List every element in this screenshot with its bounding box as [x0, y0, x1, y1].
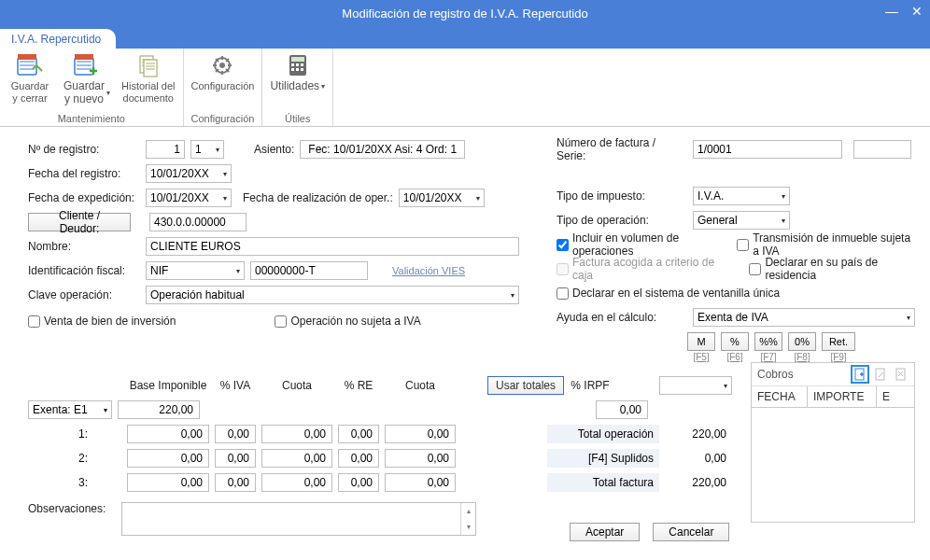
suplidos-val: 0,00 — [665, 449, 732, 468]
r3-cuota1[interactable]: 0,00 — [261, 473, 332, 492]
row1-label: 1: — [28, 427, 88, 441]
nombre-label: Nombre: — [28, 240, 140, 253]
total-factura-label: Total factura — [547, 473, 659, 492]
vies-link[interactable]: Validación VIES — [392, 265, 465, 276]
ident-num-input[interactable] — [250, 261, 368, 280]
configuracion-button[interactable]: Configuración — [191, 52, 255, 92]
num-factura-input[interactable] — [693, 140, 842, 159]
n-registro-label: Nº de registro: — [28, 143, 140, 156]
guardar-nuevo-button[interactable]: Guardar y nuevo▾ — [63, 52, 110, 106]
chk-residencia[interactable]: Declarar en su país de residencia — [749, 256, 915, 282]
cobros-edit-icon[interactable] — [873, 367, 888, 382]
n-registro-a[interactable] — [146, 140, 185, 159]
usar-totales-button[interactable]: Usar totales — [487, 376, 564, 395]
utilidades-button[interactable]: Utilidades ▾ — [270, 52, 325, 93]
calc-m[interactable]: M — [687, 332, 715, 351]
ident-tipo-select[interactable]: NIF▾ — [146, 261, 245, 280]
r2-cuota1[interactable]: 0,00 — [261, 449, 332, 468]
save-close-icon — [16, 52, 44, 78]
f8-label: [F8] — [794, 352, 810, 362]
aceptar-button[interactable]: Aceptar — [570, 523, 640, 541]
mantenimiento-group-label: Mantenimiento — [7, 111, 176, 124]
fecha-oper-input[interactable]: 10/01/20XX▾ — [399, 189, 485, 207]
cancelar-button[interactable]: Cancelar — [653, 523, 729, 541]
calc-pct[interactable]: % — [721, 332, 749, 351]
svg-rect-14 — [296, 68, 299, 71]
n-registro-b[interactable]: 1▾ — [190, 140, 224, 159]
observaciones-input[interactable]: ▴▾ — [121, 502, 476, 536]
cobros-delete-icon[interactable] — [894, 367, 909, 382]
exenta-base[interactable]: 220,00 — [118, 400, 200, 419]
calc-0pct[interactable]: 0% — [788, 332, 816, 351]
cliente-deudor-button[interactable]: Cliente / Deudor: — [28, 213, 131, 231]
calculator-icon — [284, 52, 312, 78]
tab-row: I.V.A. Repercutido — [0, 26, 930, 49]
cobros-panel: Cobros FECHA IMPORTE E — [751, 362, 915, 523]
obs-up[interactable]: ▴ — [461, 503, 475, 519]
clave-select[interactable]: Operación habitual▾ — [146, 286, 519, 304]
r2-base[interactable]: 0,00 — [127, 449, 209, 468]
obs-down[interactable]: ▾ — [461, 519, 475, 535]
serie-input[interactable] — [853, 140, 911, 159]
fecha-exped-input[interactable]: 10/01/20XX▾ — [146, 189, 232, 207]
svg-rect-5 — [144, 60, 157, 77]
num-factura-label: Número de factura / Serie: — [557, 136, 687, 162]
f6-label: [F6] — [726, 352, 742, 362]
fecha-exped-label: Fecha de expedición: — [28, 191, 140, 204]
r3-re[interactable]: 0,00 — [338, 473, 379, 492]
r1-base[interactable]: 0,00 — [127, 425, 209, 443]
exenta-combo[interactable]: Exenta: E1▾ — [28, 400, 112, 419]
r2-iva[interactable]: 0,00 — [215, 449, 256, 468]
utiles-group-label: Útiles — [270, 111, 325, 124]
chk-volumen[interactable]: Incluir en volumen de operaciones — [557, 231, 720, 258]
svg-point-7 — [219, 63, 225, 68]
minimize-button[interactable]: — — [885, 4, 898, 19]
fecha-registro-input[interactable]: 10/01/20XX▾ — [146, 164, 232, 183]
historial-button[interactable]: Historial del documento — [121, 52, 175, 104]
irpf-val[interactable]: 0,00 — [596, 400, 648, 419]
r1-cuota2[interactable]: 0,00 — [385, 425, 456, 443]
irpf-select[interactable]: ▾ — [659, 376, 732, 395]
svg-rect-1 — [18, 54, 36, 60]
tipo-impuesto-label: Tipo de impuesto: — [557, 189, 687, 203]
cobros-hdr-importe: IMPORTE — [808, 386, 877, 407]
r3-base[interactable]: 0,00 — [127, 473, 209, 492]
svg-rect-17 — [876, 369, 884, 380]
tab-iva-repercutido[interactable]: I.V.A. Repercutido — [0, 29, 116, 49]
r1-iva[interactable]: 0,00 — [215, 425, 256, 443]
svg-rect-10 — [291, 63, 294, 66]
chk-transmision[interactable]: Transmisión de inmueble sujeta a IVA — [737, 231, 915, 258]
r2-re[interactable]: 0,00 — [338, 449, 379, 468]
nombre-input[interactable] — [146, 237, 519, 256]
close-button[interactable]: ✕ — [911, 4, 923, 19]
hdr-iva: % IVA — [215, 379, 256, 392]
chk-no-sujeta[interactable]: Operación no sujeta a IVA — [275, 315, 420, 328]
r3-iva[interactable]: 0,00 — [215, 473, 256, 492]
tipo-oper-select[interactable]: General▾ — [693, 211, 790, 230]
f7-label: [F7] — [760, 352, 776, 362]
ayuda-select[interactable]: Exenta de IVA▾ — [693, 308, 915, 327]
chk-venta-inversion[interactable]: Venta de bien de inversión — [28, 315, 176, 328]
r2-cuota2[interactable]: 0,00 — [385, 449, 456, 468]
chk-caja: Factura acogida a criterio de caja — [557, 256, 721, 282]
hdr-cuota2: Cuota — [385, 379, 456, 392]
cobros-add-icon[interactable] — [852, 367, 867, 382]
cobros-body — [752, 408, 914, 522]
cliente-code-input[interactable] — [149, 213, 247, 231]
suplidos-label[interactable]: [F4] Suplidos — [547, 449, 659, 468]
calc-ret[interactable]: Ret. — [822, 332, 855, 351]
r1-re[interactable]: 0,00 — [338, 425, 379, 443]
r1-cuota1[interactable]: 0,00 — [261, 425, 332, 443]
guardar-cerrar-button[interactable]: Guardar y cerrar — [7, 52, 52, 104]
obs-label: Observaciones: — [28, 502, 112, 515]
utilidades-label: Utilidades ▾ — [270, 80, 325, 93]
svg-rect-15 — [301, 68, 303, 71]
f5-label: [F5] — [693, 352, 709, 362]
chk-ventanilla[interactable]: Declarar en el sistema de ventanilla úni… — [557, 287, 780, 300]
tipo-impuesto-select[interactable]: I.V.A.▾ — [693, 187, 790, 205]
ayuda-label: Ayuda en el cálculo: — [557, 311, 687, 324]
calc-pctpct[interactable]: %% — [754, 332, 782, 351]
r3-cuota2[interactable]: 0,00 — [385, 473, 456, 492]
fecha-oper-label: Fecha de realización de oper.: — [243, 191, 393, 204]
titlebar: Modificación de registro de I.V.A. Reper… — [0, 0, 930, 26]
